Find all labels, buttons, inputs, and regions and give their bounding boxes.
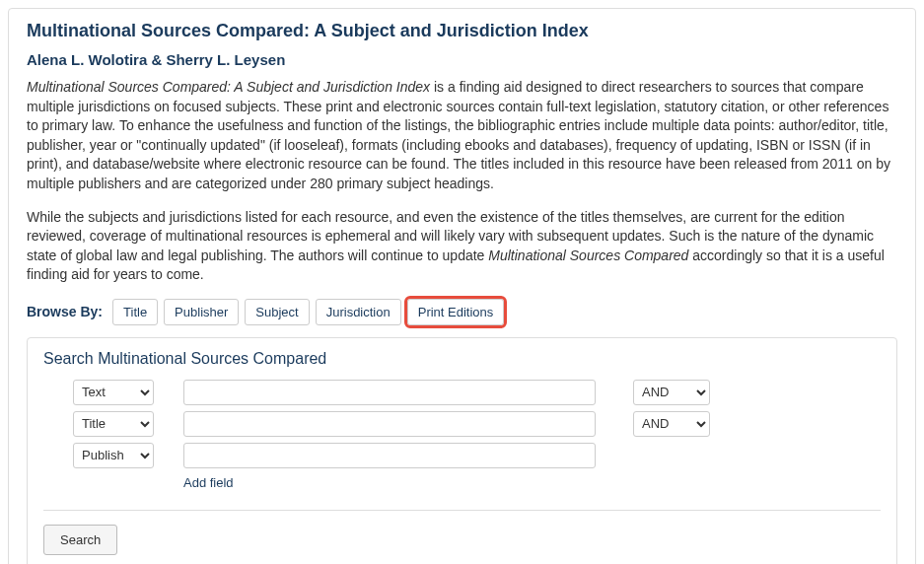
field-select-2[interactable]: Title bbox=[73, 411, 154, 437]
search-submit-button[interactable]: Search bbox=[43, 525, 117, 555]
browse-title-button[interactable]: Title bbox=[112, 299, 158, 325]
page-title: Multinational Sources Compared: A Subjec… bbox=[27, 21, 897, 41]
description-para-1: Multinational Sources Compared: A Subjec… bbox=[27, 78, 897, 194]
authors: Alena L. Wolotira & Sherry L. Leysen bbox=[27, 51, 897, 68]
add-field-row: Add field bbox=[43, 474, 881, 490]
desc-ital-2: Multinational Sources Compared bbox=[488, 247, 688, 263]
desc-ital-1: Multinational Sources Compared: A Subjec… bbox=[27, 79, 430, 95]
field-select-3[interactable]: Publish bbox=[73, 443, 154, 468]
search-panel-title: Search Multinational Sources Compared bbox=[43, 350, 881, 368]
browse-print-editions-button[interactable]: Print Editions bbox=[407, 299, 505, 325]
main-panel: Multinational Sources Compared: A Subjec… bbox=[8, 8, 916, 564]
browse-jurisdiction-button[interactable]: Jurisdiction bbox=[316, 299, 401, 325]
search-input-2[interactable] bbox=[183, 411, 596, 437]
bool-select-1[interactable]: AND bbox=[633, 380, 710, 405]
browse-by-row: Browse By: Title Publisher Subject Juris… bbox=[27, 299, 897, 325]
browse-publisher-button[interactable]: Publisher bbox=[164, 299, 239, 325]
search-row-2: Title AND bbox=[43, 411, 881, 437]
bool-select-2[interactable]: AND bbox=[633, 411, 710, 437]
divider bbox=[43, 510, 881, 511]
description-para-2: While the subjects and jurisdictions lis… bbox=[27, 208, 897, 285]
desc-text-1: is a finding aid designed to direct rese… bbox=[27, 79, 890, 191]
field-select-1[interactable]: Text bbox=[73, 380, 154, 405]
add-field-link[interactable]: Add field bbox=[183, 475, 234, 490]
browse-subject-button[interactable]: Subject bbox=[245, 299, 309, 325]
browse-by-label: Browse By: bbox=[27, 304, 103, 319]
search-panel: Search Multinational Sources Compared Te… bbox=[27, 337, 897, 564]
search-input-1[interactable] bbox=[183, 380, 596, 405]
search-row-1: Text AND bbox=[43, 380, 881, 405]
search-row-3: Publish bbox=[43, 443, 881, 468]
search-input-3[interactable] bbox=[183, 443, 596, 468]
